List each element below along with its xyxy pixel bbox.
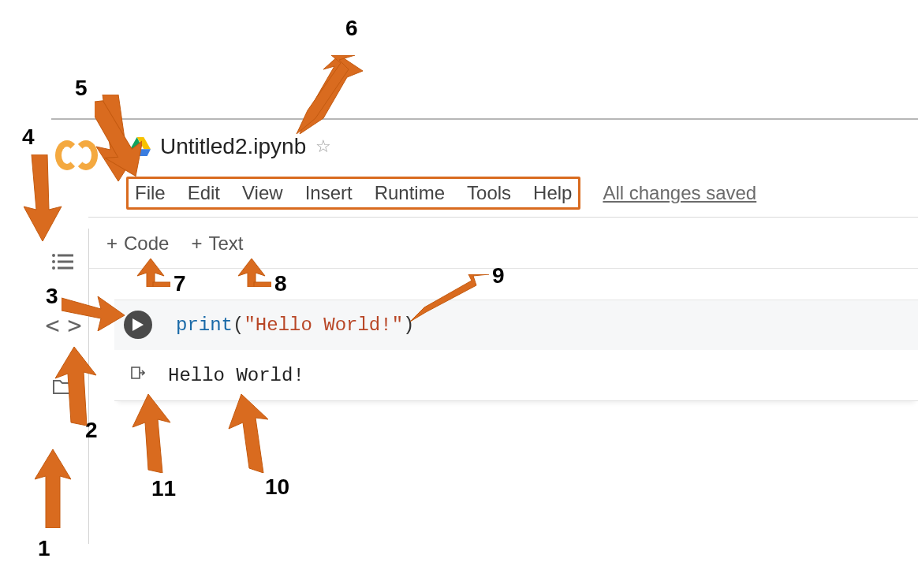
annotation-arrow-7 [134, 259, 170, 287]
annotation-arrow-11 [131, 394, 178, 473]
code-token-string: "Hello World!" [244, 314, 403, 336]
cell-output-text: Hello World! [168, 365, 304, 386]
svg-marker-26 [132, 394, 170, 473]
annotation-label-1: 1 [38, 536, 50, 561]
save-status[interactable]: All changes saved [603, 182, 756, 204]
code-cell: print("Hello World!") Hello World! [114, 300, 918, 401]
menu-view[interactable]: View [242, 182, 283, 204]
play-icon [132, 318, 144, 331]
svg-marker-16 [62, 296, 125, 331]
run-cell-button[interactable] [124, 311, 152, 339]
annotation-label-4: 4 [22, 125, 35, 150]
code-cell-input-row: print("Hello World!") [114, 300, 918, 350]
annotation-arrow-3 [62, 292, 125, 331]
svg-marker-25 [229, 394, 268, 473]
menu-edit[interactable]: Edit [188, 182, 220, 204]
annotation-label-5: 5 [75, 76, 88, 101]
annotation-label-7: 7 [174, 271, 186, 296]
annotation-arrow-5 [95, 95, 142, 181]
menu-tools[interactable]: Tools [467, 182, 511, 204]
svg-point-5 [52, 260, 55, 263]
annotation-arrow-6 [292, 55, 363, 134]
annotation-arrow-9 [410, 274, 489, 322]
annotation-arrow-4 [24, 154, 63, 241]
svg-rect-20 [153, 282, 170, 287]
clear-output-icon[interactable] [129, 364, 146, 386]
svg-rect-6 [58, 261, 73, 263]
annotation-label-9: 9 [492, 263, 505, 288]
annotation-arrow-1 [35, 449, 71, 528]
svg-marker-9 [132, 318, 144, 331]
code-token-paren: ( [233, 314, 244, 336]
annotation-arrow-10 [226, 394, 281, 473]
annotation-label-6: 6 [345, 16, 358, 41]
add-code-button[interactable]: + Code [106, 233, 169, 255]
plus-icon: + [191, 233, 202, 255]
menubar-wrap: File Edit View Insert Runtime Tools Help… [126, 177, 756, 210]
annotation-label-3: 3 [46, 284, 58, 309]
add-text-label: Text [208, 233, 243, 255]
annotation-label-11: 11 [151, 476, 176, 501]
svg-marker-17 [55, 347, 96, 426]
code-editor[interactable]: print("Hello World!") [176, 314, 414, 336]
menu-runtime[interactable]: Runtime [375, 182, 445, 204]
svg-marker-15 [24, 154, 62, 241]
code-token-fn: print [176, 314, 233, 336]
svg-point-7 [52, 266, 55, 270]
menu-insert[interactable]: Insert [305, 182, 353, 204]
add-code-label: Code [124, 233, 169, 255]
star-icon[interactable]: ☆ [315, 138, 331, 155]
svg-point-3 [52, 254, 55, 257]
plus-icon: + [106, 233, 118, 255]
menu-file[interactable]: File [135, 182, 166, 204]
add-text-button[interactable]: + Text [191, 233, 243, 255]
toc-icon[interactable] [51, 252, 73, 274]
annotation-label-10: 10 [265, 474, 289, 500]
header-divider [51, 118, 918, 120]
annotation-label-8: 8 [274, 271, 287, 296]
menu-help[interactable]: Help [533, 182, 572, 204]
annotation-arrow-2 [55, 347, 103, 426]
annotation-arrow-8 [235, 259, 271, 287]
svg-rect-8 [58, 267, 73, 270]
header: Untitled2.ipynb ☆ [130, 134, 918, 159]
svg-rect-22 [254, 282, 271, 287]
menu-bar: File Edit View Insert Runtime Tools Help [126, 177, 580, 210]
svg-marker-23 [410, 274, 489, 322]
svg-marker-18 [35, 449, 71, 528]
cell-toolbar: + Code + Text [106, 233, 243, 255]
notebook-title[interactable]: Untitled2.ipynb [160, 134, 306, 159]
menu-divider [88, 217, 918, 218]
svg-rect-4 [58, 255, 73, 257]
